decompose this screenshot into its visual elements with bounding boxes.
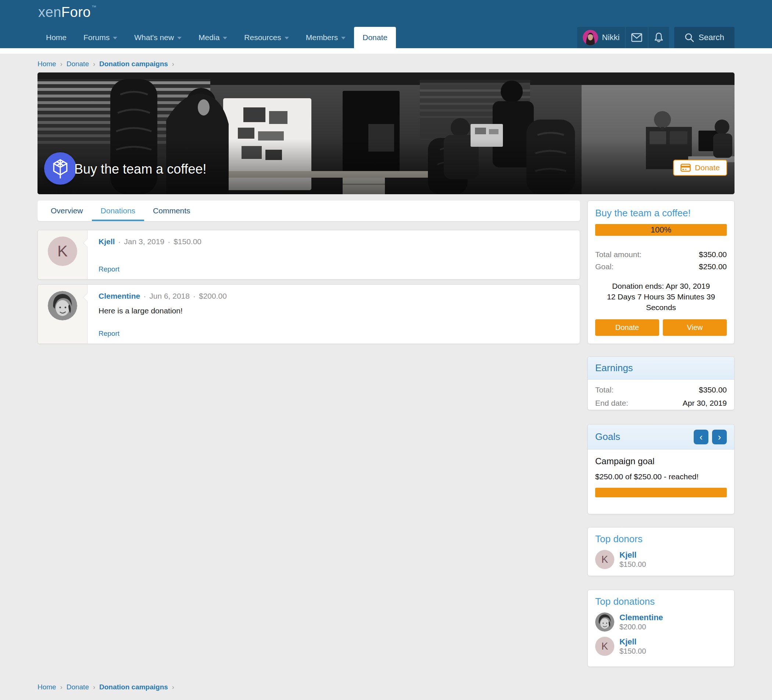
chevron-down-icon [113, 37, 117, 39]
donation-date: Jun 6, 2018 [149, 292, 190, 300]
search-label: Search [698, 33, 724, 42]
banner-donate-button[interactable]: Donate [673, 160, 727, 176]
earnings-end-date-row: End date: Apr 30, 2019 [595, 397, 727, 410]
subnav-strip [0, 48, 772, 54]
donation-ends-text: Donation ends: Apr 30, 2019 12 Days 7 Ho… [595, 281, 727, 313]
breadcrumb-donation-campaigns[interactable]: Donation campaigns [99, 60, 168, 68]
avatar[interactable]: K [48, 236, 77, 266]
nav-label: Forums [83, 33, 110, 42]
tab-label: Comments [153, 207, 190, 215]
donation-item: Clementine · Jun 6, 2018 · $200.00 Here … [38, 284, 580, 344]
avatar[interactable] [595, 613, 614, 631]
tab-comments[interactable]: Comments [144, 200, 199, 221]
goals-card: Goals ‹ › Campaign goal $250.00 of $250.… [587, 424, 734, 514]
donation-date: Jan 3, 2019 [124, 237, 164, 246]
breadcrumb-separator: › [60, 684, 62, 691]
alerts-button[interactable] [648, 27, 669, 48]
clementine-avatar-image [595, 613, 614, 631]
donation-meta: Clementine · Jun 6, 2018 · $200.00 [98, 292, 569, 300]
nav-label: Donate [363, 33, 388, 42]
breadcrumb-donate[interactable]: Donate [67, 60, 89, 68]
donation-amount: $150.00 [620, 647, 646, 656]
goal-progress-fill [595, 488, 727, 497]
earnings-total-row: Total: $350.00 [595, 383, 727, 397]
breadcrumb-home[interactable]: Home [38, 60, 56, 68]
report-link[interactable]: Report [98, 265, 119, 273]
inbox-button[interactable] [626, 27, 648, 48]
breadcrumb-separator: › [93, 684, 95, 691]
bell-icon [654, 32, 664, 43]
total-amount-row: Total amount: $350.00 [595, 248, 727, 261]
donation-amount: $150.00 [173, 237, 201, 246]
nav-item-resources[interactable]: Resources [236, 27, 297, 48]
breadcrumb-donate[interactable]: Donate [67, 683, 89, 691]
goals-next-button[interactable]: › [712, 430, 727, 444]
avatar[interactable] [48, 291, 77, 320]
top-donor-row: K Kjell $150.00 [595, 550, 727, 569]
campaign-title: Buy the team a coffee! [74, 161, 207, 177]
donor-name-link[interactable]: Kjell [620, 550, 646, 560]
nav-label: What's new [134, 33, 174, 42]
donor-name-link[interactable]: Clementine [620, 613, 663, 622]
avatar[interactable]: K [595, 637, 614, 656]
logo-trademark: ™ [92, 5, 96, 10]
sidebar-donate-button[interactable]: Donate [595, 319, 659, 336]
total-amount-label: Total amount: [595, 248, 641, 261]
tab-overview[interactable]: Overview [42, 200, 92, 221]
donation-amount: $200.00 [620, 622, 663, 631]
donor-name-link[interactable]: Clementine [98, 292, 140, 300]
campaign-logo-badge [44, 152, 77, 185]
meta-separator: · [118, 237, 121, 246]
goals-header: Goals [595, 431, 620, 443]
avatar[interactable]: K [595, 550, 614, 569]
sidebar-view-button[interactable]: View [663, 319, 727, 336]
account-menu-button[interactable]: Nikki [577, 27, 625, 48]
top-donations-card: Top donations Clementine [587, 590, 734, 667]
goal-progress-bar [595, 488, 727, 497]
campaign-summary-card: Buy the team a coffee! 100% Total amount… [587, 200, 734, 344]
nav-label: Media [198, 33, 219, 42]
nav-item-members[interactable]: Members [298, 27, 354, 48]
breadcrumb: Home › Donate › Donation campaigns › [38, 60, 734, 69]
goal-value: $250.00 [699, 261, 727, 272]
tab-donations[interactable]: Donations [92, 200, 144, 221]
breadcrumb-separator: › [172, 60, 174, 68]
nav-item-forums[interactable]: Forums [75, 27, 126, 48]
search-icon [685, 33, 694, 42]
chevron-down-icon [177, 37, 182, 39]
chevron-down-icon [285, 37, 289, 39]
campaign-banner: Buy the team a coffee! Donate [38, 72, 734, 194]
top-donors-title: Top donors [595, 533, 727, 545]
nav-item-donate[interactable]: Donate [354, 27, 396, 48]
goal-row: Goal: $250.00 [595, 261, 727, 272]
nav-item-whats-new[interactable]: What's new [126, 27, 190, 48]
earnings-end-date-value: Apr 30, 2019 [683, 397, 727, 410]
earnings-total-value: $350.00 [699, 383, 727, 397]
report-link[interactable]: Report [98, 330, 119, 338]
nav-item-media[interactable]: Media [190, 27, 236, 48]
donor-avatar-cell [38, 285, 87, 344]
chevron-down-icon [223, 37, 227, 39]
goal-name: Campaign goal [595, 456, 727, 466]
banner-donate-label: Donate [695, 163, 720, 172]
chevron-down-icon [341, 37, 345, 39]
xenforo-logo[interactable]: xenForo™ [38, 5, 96, 20]
logo-part-foro: Foro [61, 5, 91, 20]
countdown-line: 12 Days 7 Hours 35 Minutes 39 Seconds [595, 291, 727, 313]
breadcrumb-donation-campaigns[interactable]: Donation campaigns [99, 683, 168, 691]
donor-amount: $150.00 [620, 560, 646, 569]
goal-status: $250.00 of $250.00 - reached! [595, 472, 727, 481]
donor-avatar-cell: K [38, 230, 87, 279]
goals-prev-button[interactable]: ‹ [694, 430, 708, 444]
avatar [583, 30, 598, 45]
nav-label: Members [306, 33, 338, 42]
meta-separator: · [143, 292, 146, 300]
donation-item: K Kjell · Jan 3, 2019 · $150.00 Report [38, 230, 580, 280]
breadcrumb-home[interactable]: Home [38, 683, 56, 691]
donor-name-link[interactable]: Kjell [98, 237, 115, 246]
breadcrumb-separator: › [93, 60, 95, 68]
nav-item-home[interactable]: Home [38, 27, 75, 48]
search-button[interactable]: Search [674, 27, 734, 48]
donor-name-link[interactable]: Kjell [620, 637, 646, 647]
envelope-icon [631, 33, 642, 42]
